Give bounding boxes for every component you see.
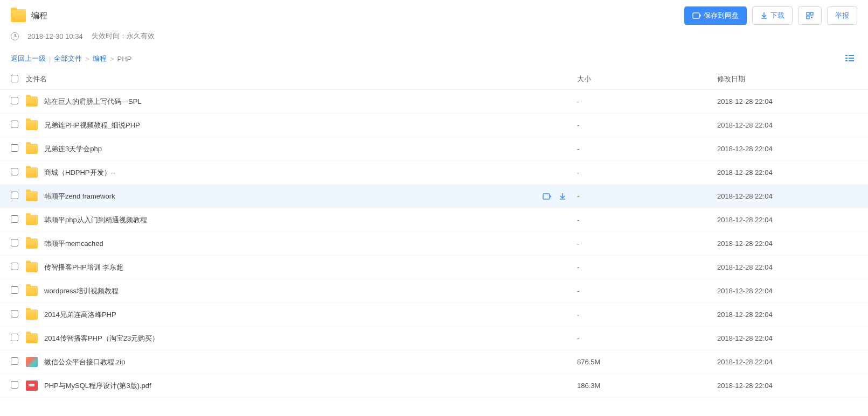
header-actions: 保存到网盘 下载 举报 (684, 6, 857, 25)
row-save-icon[interactable] (543, 193, 551, 200)
breadcrumb: 返回上一级 | 全部文件 > 编程 > PHP (11, 54, 131, 64)
filename[interactable]: wordpress培训视频教程 (44, 286, 119, 296)
filename[interactable]: 兄弟连3天学会php (44, 144, 102, 154)
name-cell: 韩顺平php从入门到精通视频教程 (26, 215, 577, 225)
table-row[interactable]: 商城（HDPHP开发）---2018-12-28 22:04 (0, 161, 868, 185)
row-checkbox[interactable] (11, 215, 18, 223)
table-row[interactable]: 2014兄弟连高洛峰PHP-2018-12-28 22:04 (0, 303, 868, 327)
report-button[interactable]: 举报 (827, 6, 857, 25)
size-cell: - (577, 145, 717, 153)
filename[interactable]: 传智播客PHP培训 李东超 (44, 263, 123, 272)
breadcrumb-folder[interactable]: 编程 (93, 54, 107, 64)
table-row[interactable]: 兄弟连PHP视频教程_细说PHP-2018-12-28 22:04 (0, 114, 868, 137)
name-cell: wordpress培训视频教程 (26, 286, 577, 296)
folder-icon (26, 144, 38, 154)
list-view-toggle[interactable] (845, 54, 857, 64)
table-row[interactable]: PHP与MySQL程序设计(第3版).pdf186.3M2018-12-28 2… (0, 374, 868, 398)
date-cell: 2018-12-28 22:04 (717, 382, 857, 390)
row-checkbox[interactable] (11, 286, 18, 294)
save-label: 保存到网盘 (704, 11, 739, 20)
folder-icon (26, 120, 38, 130)
checkbox-cell (11, 381, 26, 390)
size-cell: - (577, 287, 717, 295)
row-checkbox[interactable] (11, 239, 18, 246)
folder-icon (11, 9, 26, 22)
select-all-checkbox[interactable] (11, 75, 18, 82)
svg-rect-7 (845, 58, 848, 59)
table-row[interactable]: 韩顺平zend framework-2018-12-28 22:04 (0, 185, 868, 208)
folder-icon (26, 167, 38, 178)
name-cell: 2014传智播客PHP（淘宝23元购买） (26, 333, 577, 343)
checkbox-cell (11, 286, 26, 295)
filename[interactable]: 商城（HDPHP开发）-- (44, 168, 115, 178)
checkbox-cell (11, 263, 26, 272)
row-checkbox[interactable] (11, 192, 18, 199)
date-cell: 2018-12-28 22:04 (717, 263, 857, 271)
row-checkbox[interactable] (11, 357, 18, 365)
date-cell: 2018-12-28 22:04 (717, 168, 857, 177)
file-list: 站在巨人的肩膀上写代码—SPL-2018-12-28 22:04兄弟连PHP视频… (0, 90, 868, 398)
name-cell: 韩顺平zend framework (26, 191, 543, 201)
svg-rect-3 (807, 16, 809, 19)
row-checkbox[interactable] (11, 263, 18, 270)
size-cell: - (577, 334, 717, 342)
svg-rect-15 (543, 194, 550, 199)
filename[interactable]: 2014兄弟连高洛峰PHP (44, 310, 116, 320)
select-all-cell (11, 75, 26, 84)
name-cell: 传智播客PHP培训 李东超 (26, 262, 577, 272)
table-row[interactable]: 兄弟连3天学会php-2018-12-28 22:04 (0, 137, 868, 161)
table-row[interactable]: 微信公众平台接口教程.zip876.5M2018-12-28 22:04 (0, 350, 868, 374)
row-download-icon[interactable] (559, 193, 566, 200)
size-cell: 186.3M (577, 382, 717, 390)
folder-icon (26, 191, 38, 201)
date-cell: 2018-12-28 22:04 (717, 287, 857, 295)
date-cell: 2018-12-28 22:04 (717, 216, 857, 224)
download-icon (760, 12, 768, 19)
table-row[interactable]: 传智播客PHP培训 李东超-2018-12-28 22:04 (0, 256, 868, 279)
table-row[interactable]: 2014传智播客PHP（淘宝23元购买）-2018-12-28 22:04 (0, 327, 868, 350)
size-cell: - (577, 121, 717, 129)
share-timestamp: 2018-12-30 10:34 (27, 32, 83, 40)
size-cell: 876.5M (577, 358, 717, 366)
header-date[interactable]: 修改日期 (717, 74, 857, 84)
filename[interactable]: 韩顺平zend framework (44, 192, 115, 201)
filename[interactable]: PHP与MySQL程序设计(第3版).pdf (44, 381, 151, 391)
folder-icon (26, 286, 38, 296)
table-row[interactable]: 站在巨人的肩膀上写代码—SPL-2018-12-28 22:04 (0, 90, 868, 114)
breadcrumb-current: PHP (117, 55, 132, 63)
filename[interactable]: 韩顺平php从入门到精通视频教程 (44, 215, 147, 225)
save-icon (692, 12, 701, 19)
table-row[interactable]: 韩顺平php从入门到精通视频教程-2018-12-28 22:04 (0, 208, 868, 232)
checkbox-cell (11, 97, 26, 106)
size-cell: - (577, 311, 717, 319)
folder-icon (26, 333, 38, 343)
qr-icon (806, 12, 814, 19)
checkbox-cell (11, 334, 26, 343)
save-to-cloud-button[interactable]: 保存到网盘 (684, 6, 747, 25)
row-checkbox[interactable] (11, 121, 18, 128)
filename[interactable]: 微信公众平台接口教程.zip (44, 357, 125, 367)
header-name[interactable]: 文件名 (26, 74, 577, 84)
row-checkbox[interactable] (11, 144, 18, 152)
breadcrumb-row: 返回上一级 | 全部文件 > 编程 > PHP (0, 48, 868, 69)
download-button[interactable]: 下载 (752, 6, 793, 25)
folder-icon (26, 262, 38, 272)
filename[interactable]: 站在巨人的肩膀上写代码—SPL (44, 97, 142, 107)
row-checkbox[interactable] (11, 168, 18, 175)
zip-file-icon (26, 357, 38, 367)
qr-button[interactable] (798, 6, 822, 25)
size-cell: - (577, 168, 717, 177)
row-checkbox[interactable] (11, 334, 18, 341)
header-size[interactable]: 大小 (577, 74, 717, 84)
breadcrumb-back[interactable]: 返回上一级 (11, 54, 46, 64)
row-checkbox[interactable] (11, 310, 18, 318)
row-checkbox[interactable] (11, 97, 18, 104)
checkbox-cell (11, 192, 26, 201)
table-row[interactable]: wordpress培训视频教程-2018-12-28 22:04 (0, 279, 868, 303)
table-row[interactable]: 韩顺平memcached-2018-12-28 22:04 (0, 232, 868, 256)
row-checkbox[interactable] (11, 381, 18, 389)
filename[interactable]: 2014传智播客PHP（淘宝23元购买） (44, 334, 159, 343)
filename[interactable]: 韩顺平memcached (44, 239, 103, 249)
breadcrumb-root[interactable]: 全部文件 (54, 54, 82, 64)
filename[interactable]: 兄弟连PHP视频教程_细说PHP (44, 121, 140, 130)
